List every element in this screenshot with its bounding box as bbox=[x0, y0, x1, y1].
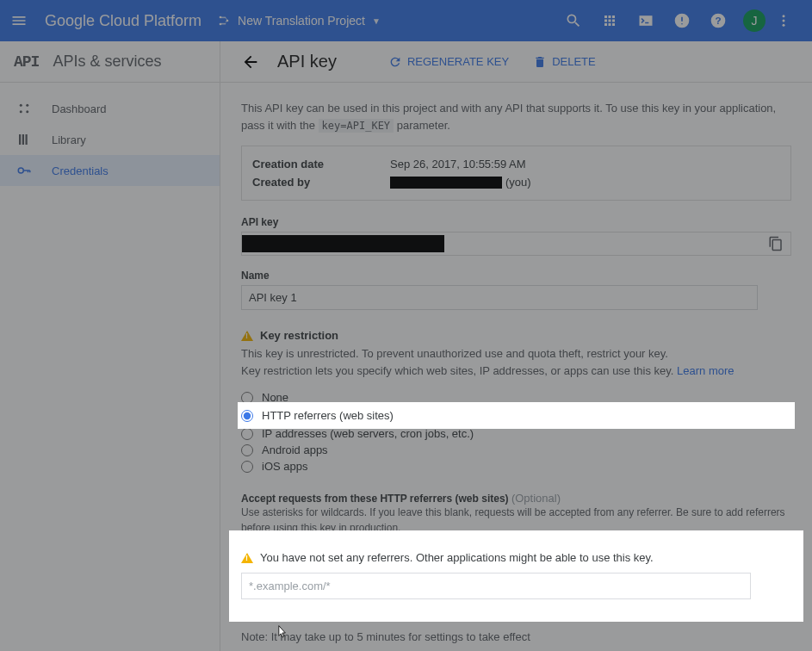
dashboard-icon bbox=[14, 101, 34, 116]
svg-point-11 bbox=[20, 110, 22, 113]
sidebar: API APIs & services Dashboard Library Cr… bbox=[0, 41, 220, 651]
name-label: Name bbox=[241, 270, 791, 282]
back-arrow-icon[interactable] bbox=[241, 53, 260, 71]
radio-ios[interactable]: iOS apps bbox=[241, 458, 791, 474]
svg-point-8 bbox=[783, 24, 785, 27]
learn-more-link[interactable]: Learn more bbox=[677, 364, 734, 377]
dropdown-arrow-icon: ▼ bbox=[372, 16, 381, 26]
svg-rect-14 bbox=[22, 134, 24, 145]
cloud-shell-icon[interactable] bbox=[636, 11, 655, 30]
copy-icon[interactable] bbox=[761, 232, 790, 255]
logo-text: Google Cloud Platform bbox=[45, 12, 201, 30]
svg-point-7 bbox=[783, 20, 785, 22]
redacted-email bbox=[390, 177, 502, 189]
radio-none[interactable]: None bbox=[241, 389, 791, 406]
refresh-icon bbox=[388, 55, 402, 69]
sidebar-item-label: Dashboard bbox=[52, 102, 107, 115]
more-vert-icon[interactable] bbox=[774, 11, 793, 30]
radio-ip-addresses[interactable]: IP addresses (web servers, cron jobs, et… bbox=[241, 425, 791, 442]
key-icon bbox=[14, 163, 34, 178]
api-logo: API bbox=[14, 53, 39, 71]
apikey-field bbox=[241, 232, 791, 256]
redacted-apikey bbox=[242, 235, 444, 252]
restriction-desc: This key is unrestricted. To prevent una… bbox=[241, 345, 791, 379]
created-by-label: Created by bbox=[252, 176, 390, 189]
page-title: API key bbox=[277, 52, 337, 71]
svg-point-9 bbox=[20, 104, 22, 107]
sidebar-item-dashboard[interactable]: Dashboard bbox=[0, 93, 220, 124]
topbar: Google Cloud Platform New Translation Pr… bbox=[0, 0, 812, 41]
radio-android[interactable]: Android apps bbox=[241, 442, 791, 458]
name-input[interactable] bbox=[241, 285, 758, 310]
description: This API key can be used in this project… bbox=[241, 100, 791, 133]
notifications-icon[interactable] bbox=[673, 11, 691, 30]
menu-icon[interactable] bbox=[10, 12, 28, 29]
avatar[interactable]: J bbox=[743, 9, 766, 32]
trash-icon bbox=[533, 55, 547, 69]
referrer-input[interactable] bbox=[241, 573, 751, 599]
created-by-value: (you) bbox=[390, 176, 531, 189]
content-header: API key REGENERATE KEY DELETE bbox=[220, 41, 812, 83]
sidebar-title: APIs & services bbox=[53, 53, 161, 71]
warning-icon bbox=[241, 553, 253, 563]
sidebar-item-label: Library bbox=[52, 133, 86, 146]
metadata-box: Creation date Sep 26, 2017, 10:55:59 AM … bbox=[241, 146, 791, 201]
svg-point-6 bbox=[783, 15, 785, 17]
apikey-label: API key bbox=[241, 216, 791, 228]
apps-icon[interactable] bbox=[600, 11, 619, 30]
svg-point-12 bbox=[26, 110, 28, 113]
content: API key REGENERATE KEY DELETE This API k… bbox=[220, 41, 812, 651]
code-param: key=API_KEY bbox=[319, 119, 394, 133]
library-icon bbox=[14, 132, 34, 147]
warning-icon bbox=[241, 331, 253, 341]
regenerate-label: REGENERATE KEY bbox=[407, 55, 509, 68]
radio-http-referrers[interactable]: HTTP referrers (web sites) bbox=[241, 406, 791, 425]
svg-text:?: ? bbox=[715, 15, 721, 26]
restriction-radios: None HTTP referrers (web sites) IP addre… bbox=[241, 389, 791, 474]
project-selector[interactable]: New Translation Project ▼ bbox=[217, 14, 381, 28]
note-text: Note: It may take up to 5 minutes for se… bbox=[241, 630, 791, 643]
search-icon[interactable] bbox=[564, 11, 583, 30]
creation-date-value: Sep 26, 2017, 10:55:59 AM bbox=[390, 158, 526, 170]
delete-label: DELETE bbox=[552, 55, 596, 68]
restriction-heading: Key restriction bbox=[241, 329, 791, 342]
sidebar-header: API APIs & services bbox=[0, 41, 220, 83]
help-icon[interactable]: ? bbox=[709, 11, 728, 30]
delete-button[interactable]: DELETE bbox=[533, 55, 596, 69]
project-icon bbox=[217, 14, 231, 28]
project-name: New Translation Project bbox=[238, 14, 365, 28]
svg-rect-15 bbox=[26, 134, 28, 145]
creation-date-label: Creation date bbox=[252, 158, 390, 170]
svg-point-10 bbox=[26, 104, 28, 107]
referrers-block: You have not set any referrers. Other ap… bbox=[241, 542, 791, 610]
regenerate-button[interactable]: REGENERATE KEY bbox=[388, 55, 509, 69]
referrers-desc: Use asterisks for wildcards. If you leav… bbox=[241, 505, 791, 536]
sidebar-item-library[interactable]: Library bbox=[0, 124, 220, 155]
svg-point-16 bbox=[18, 168, 23, 173]
sidebar-item-label: Credentials bbox=[52, 164, 108, 177]
referrers-warning: You have not set any referrers. Other ap… bbox=[241, 551, 791, 564]
sidebar-item-credentials[interactable]: Credentials bbox=[0, 155, 220, 186]
referrers-heading: Accept requests from these HTTP referrer… bbox=[241, 492, 791, 505]
svg-rect-13 bbox=[19, 134, 21, 145]
